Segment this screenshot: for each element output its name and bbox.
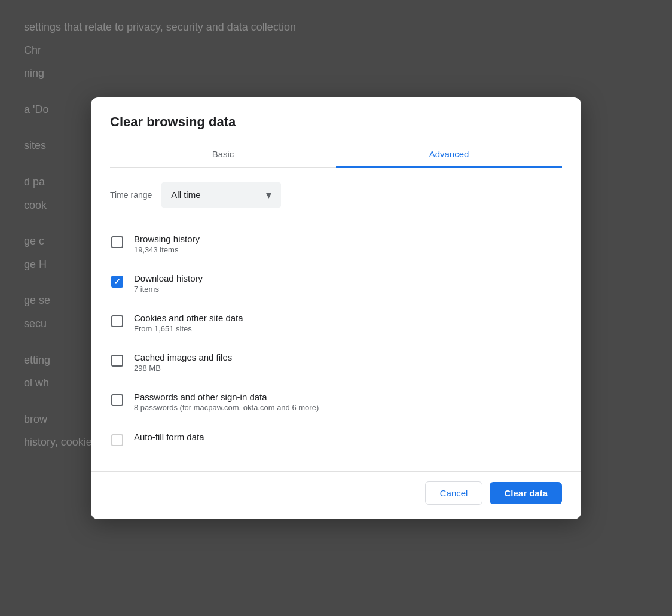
passwords-content: Passwords and other sign-in data 8 passw… — [134, 392, 319, 412]
checkbox-cached[interactable] — [110, 353, 124, 368]
dialog-body: Time range All time ▾ Browsing history 1… — [91, 168, 581, 471]
checkbox-item-browsing-history: Browsing history 19,343 items — [110, 224, 562, 264]
checkbox-box-passwords[interactable] — [111, 394, 123, 406]
tab-advanced[interactable]: Advanced — [336, 142, 562, 168]
cached-content: Cached images and files 298 MB — [134, 352, 232, 373]
cached-title: Cached images and files — [134, 352, 232, 362]
time-range-label: Time range — [110, 190, 152, 200]
passwords-subtitle: 8 passwords (for macpaw.com, okta.com an… — [134, 403, 319, 412]
checkbox-box-download-history[interactable]: ✓ — [111, 276, 123, 288]
passwords-title: Passwords and other sign-in data — [134, 392, 319, 402]
download-history-title: Download history — [134, 273, 203, 283]
checkbox-browsing-history[interactable] — [110, 235, 124, 249]
tab-basic[interactable]: Basic — [110, 142, 336, 168]
checkbox-download-history[interactable]: ✓ — [110, 275, 124, 289]
cookies-content: Cookies and other site data From 1,651 s… — [134, 313, 243, 333]
checkbox-box-cached[interactable] — [111, 355, 123, 367]
download-history-subtitle: 7 items — [134, 285, 203, 294]
cookies-subtitle: From 1,651 sites — [134, 324, 243, 333]
checkbox-item-cached: Cached images and files 298 MB — [110, 343, 562, 382]
browsing-history-subtitle: 19,343 items — [134, 245, 200, 254]
time-range-row: Time range All time ▾ — [110, 182, 562, 208]
checkbox-item-download-history: ✓ Download history 7 items — [110, 264, 562, 303]
checkbox-autofill[interactable] — [110, 433, 124, 447]
checkbox-box-cookies[interactable] — [111, 315, 123, 327]
clear-data-button[interactable]: Clear data — [490, 482, 562, 504]
download-history-content: Download history 7 items — [134, 273, 203, 294]
checkbox-list: Browsing history 19,343 items ✓ Download… — [110, 224, 562, 457]
dropdown-arrow-icon: ▾ — [266, 188, 271, 202]
checkbox-item-autofill: Auto-fill form data — [110, 422, 562, 457]
checkbox-item-cookies: Cookies and other site data From 1,651 s… — [110, 303, 562, 343]
dialog-footer: Cancel Clear data — [91, 472, 581, 519]
checkbox-cookies[interactable] — [110, 314, 124, 328]
clear-browsing-data-dialog: Clear browsing data Basic Advanced Time … — [91, 97, 581, 519]
browsing-history-title: Browsing history — [134, 234, 200, 244]
cookies-title: Cookies and other site data — [134, 313, 243, 323]
checkbox-box-autofill[interactable] — [111, 434, 123, 446]
browsing-history-content: Browsing history 19,343 items — [134, 234, 200, 254]
checkbox-box-browsing-history[interactable] — [111, 236, 123, 248]
time-range-select[interactable]: All time ▾ — [161, 182, 281, 208]
tabs: Basic Advanced — [110, 142, 562, 168]
dialog-header: Clear browsing data Basic Advanced — [91, 97, 581, 168]
dialog-title: Clear browsing data — [110, 114, 562, 130]
autofill-title: Auto-fill form data — [134, 432, 204, 442]
time-range-value: All time — [171, 190, 200, 200]
autofill-content: Auto-fill form data — [134, 432, 204, 443]
checkmark-icon: ✓ — [114, 277, 121, 286]
checkbox-passwords[interactable] — [110, 393, 124, 407]
checkbox-item-passwords: Passwords and other sign-in data 8 passw… — [110, 382, 562, 422]
cached-subtitle: 298 MB — [134, 364, 232, 373]
cancel-button[interactable]: Cancel — [425, 481, 483, 505]
